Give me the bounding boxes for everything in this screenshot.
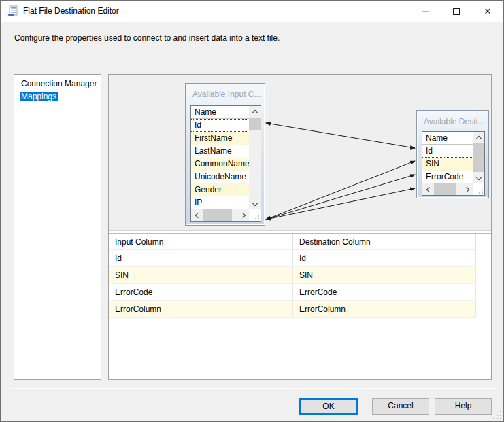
grid-cell-input[interactable]: SIN xyxy=(109,267,293,284)
input-column-header: Input Column xyxy=(109,234,293,250)
grid-cell-destination[interactable]: SIN xyxy=(293,267,476,284)
scrollbar-thumb[interactable] xyxy=(473,143,484,172)
footer-separator xyxy=(10,388,497,389)
list-resize-grip[interactable] xyxy=(253,213,259,219)
scroll-right-icon[interactable] xyxy=(462,183,473,195)
available-input-columns-box[interactable]: Available Input C... Name Id FirstName L… xyxy=(185,83,265,226)
grid-cell-input[interactable]: ErrorColumn xyxy=(109,301,293,318)
scrollbar-thumb[interactable] xyxy=(203,209,232,221)
nav-item-label: Mappings xyxy=(20,92,58,101)
maximize-button[interactable] xyxy=(441,1,472,22)
close-icon: ✕ xyxy=(484,7,492,16)
scrollbar-thumb[interactable] xyxy=(249,118,261,130)
horizontal-scrollbar[interactable] xyxy=(191,209,249,221)
grid-table: Input Column Destination Column Id Id SI… xyxy=(109,234,476,318)
ok-button[interactable]: OK xyxy=(299,398,358,415)
grid-cell-input[interactable]: Id xyxy=(109,250,293,267)
nav-item-connection-manager[interactable]: Connection Manager xyxy=(16,77,99,90)
grid-cell-destination[interactable]: ErrorColumn xyxy=(293,301,476,318)
scroll-down-icon[interactable] xyxy=(249,198,261,209)
nav-item-mappings[interactable]: Mappings xyxy=(16,90,99,103)
minimize-button xyxy=(409,1,441,22)
window-title: Flat File Destination Editor xyxy=(23,1,119,22)
window-resize-grip[interactable] xyxy=(492,410,501,419)
maximize-icon xyxy=(453,8,460,15)
table-row: SIN SIN xyxy=(109,267,476,284)
available-destination-columns-box[interactable]: Available Desti... Name Id SIN ErrorCode xyxy=(416,110,489,198)
destination-columns-list: Name Id SIN ErrorCode xyxy=(422,131,485,196)
scroll-right-icon[interactable] xyxy=(238,209,249,221)
available-destination-columns-title: Available Desti... xyxy=(424,117,484,126)
titlebar[interactable]: Flat File Destination Editor ✕ xyxy=(1,1,503,22)
input-columns-list: Name Id FirstName LastName CommonName Un… xyxy=(190,105,261,222)
close-button[interactable]: ✕ xyxy=(472,1,503,22)
scroll-down-icon[interactable] xyxy=(473,173,484,183)
mapping-grid: Input Column Destination Column Id Id SI… xyxy=(109,231,491,379)
table-row: Id Id xyxy=(109,250,476,267)
help-button[interactable]: Help xyxy=(435,398,492,415)
list-resize-grip[interactable] xyxy=(477,188,483,194)
scroll-left-icon[interactable] xyxy=(191,209,202,221)
grid-header-row: Input Column Destination Column xyxy=(109,234,476,250)
nav-item-label: Connection Manager xyxy=(20,79,98,88)
minimize-icon xyxy=(422,11,429,12)
table-row: ErrorColumn ErrorColumn xyxy=(109,301,476,318)
grid-cell-input[interactable]: ErrorCode xyxy=(109,284,293,301)
horizontal-scrollbar[interactable] xyxy=(422,183,473,195)
flat-file-destination-editor-window: Flat File Destination Editor ✕ Configure… xyxy=(0,0,504,422)
cancel-button[interactable]: Cancel xyxy=(372,398,429,415)
grid-cell-destination[interactable]: Id xyxy=(293,250,476,267)
vertical-scrollbar[interactable] xyxy=(249,106,261,209)
grid-cell-destination[interactable]: ErrorCode xyxy=(293,284,476,301)
vertical-scrollbar[interactable] xyxy=(473,132,484,183)
dialog-description: Configure the properties used to connect… xyxy=(14,33,280,43)
scroll-left-icon[interactable] xyxy=(422,183,433,195)
mappings-page: Available Input C... Name Id FirstName L… xyxy=(108,74,492,380)
destination-column-header: Destination Column xyxy=(293,234,476,250)
mapping-diagram: Available Input C... Name Id FirstName L… xyxy=(109,75,491,231)
scrollbar-thumb[interactable] xyxy=(434,183,456,195)
available-input-columns-title: Available Input C... xyxy=(192,90,261,99)
scroll-up-icon[interactable] xyxy=(473,132,484,143)
flat-file-icon xyxy=(7,5,19,18)
page-list: Connection Manager Mappings xyxy=(14,74,101,380)
table-row: ErrorCode ErrorCode xyxy=(109,284,476,301)
caption-buttons: ✕ xyxy=(409,1,503,22)
scroll-up-icon[interactable] xyxy=(249,106,261,117)
